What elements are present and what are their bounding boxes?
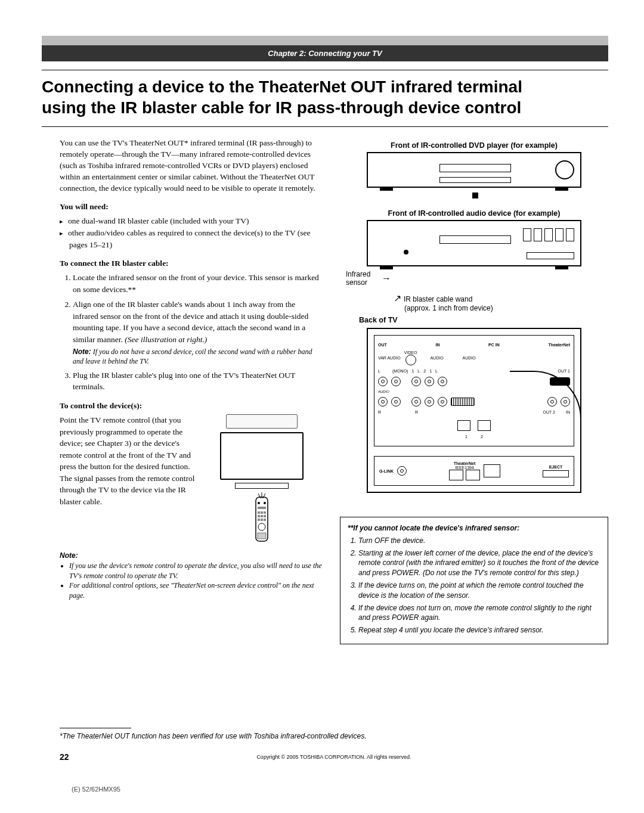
sensor-step: If the device does not turn on, move the… (358, 603, 600, 623)
svideo-jack-icon (405, 355, 416, 365)
svg-rect-15 (264, 519, 266, 521)
eject-slot-icon (543, 470, 569, 477)
remote-control-icon (250, 492, 274, 546)
note-label: Note: (73, 347, 91, 356)
svg-rect-9 (264, 511, 266, 514)
infrared-sensor-text: Infrared sensor (346, 270, 379, 287)
panel-out2: OUT 2 (543, 410, 556, 414)
left-column: You can use the TV's TheaterNet OUT* inf… (60, 138, 322, 644)
audio-device-illustration (367, 220, 581, 266)
page-footer: 22 Copyright © 2005 TOSHIBA CORPORATION.… (60, 752, 608, 762)
rca-jack-icon (438, 377, 447, 386)
cannot-locate-sensor-box: **If you cannot locate the device's infr… (340, 517, 608, 644)
svg-rect-12 (264, 515, 266, 517)
panel-2: 2 (423, 369, 426, 373)
glink-jack-icon (397, 466, 407, 476)
panel-mono: (MONO) (392, 369, 408, 373)
panel-1: 1 (411, 369, 414, 373)
note-item: If you use the device's remote control t… (69, 561, 322, 581)
tv-stand-icon (235, 483, 289, 489)
rca-jack-icon (391, 377, 401, 386)
panel-video: VIDEO (404, 350, 417, 355)
hdmi-port-icon (550, 377, 570, 386)
note-label: Note: (60, 551, 78, 560)
sensor-step: Repeat step 4 until you locate the devic… (358, 625, 600, 635)
panel-eject: EJECT (549, 465, 563, 469)
ieee1394-group: TheaterNet IEEE1394 (449, 461, 500, 480)
page-title: Connecting a device to the TheaterNet OU… (42, 76, 608, 118)
copyright: Copyright © 2005 TOSHIBA CORPORATION. Al… (95, 754, 572, 760)
need-item: other audio/video cables as required to … (69, 227, 322, 250)
ieee-port-icon (466, 470, 480, 480)
rule-top (42, 70, 608, 70)
chapter-header: Chapter 2: Connecting your TV (42, 36, 608, 61)
you-will-need-list: one dual-wand IR blaster cable (included… (60, 215, 322, 250)
fig-label-audio: Front of IR-controlled audio device (for… (340, 209, 608, 218)
sensor-step: If the device turns on, the point at whi… (358, 581, 600, 601)
panel-pcin: PC IN (488, 343, 500, 347)
you-will-need-heading: You will need: (60, 202, 322, 212)
optical-port-icon (457, 420, 470, 431)
page-number: 22 (60, 752, 95, 762)
panel-audio: AUDIO (430, 356, 443, 360)
panel-r: R (378, 410, 379, 414)
panel-r: R (415, 410, 418, 414)
cable-icon (226, 414, 298, 429)
sensor-step: Turn OFF the device. (358, 536, 600, 546)
ir-sensor-dot-icon (404, 250, 408, 255)
panel-ieee: IEEE1394 (455, 466, 474, 470)
note-block: Note: If you use the device's remote con… (60, 551, 322, 601)
rca-jack-icon (391, 397, 401, 406)
svg-rect-7 (258, 511, 260, 514)
panel-glink: G-LINK (379, 469, 394, 473)
rca-jack-icon (425, 377, 434, 386)
remote-illustration (202, 414, 322, 546)
note-item: For additional control options, see "The… (69, 581, 322, 601)
slot-icon (484, 464, 500, 477)
arrow-right-icon (382, 273, 391, 284)
theaternet-out-jack-icon (547, 397, 557, 406)
tv-back-illustration: OUT IN PC IN TheaterNet VAR AUDIO VIDEO (367, 328, 581, 493)
crop-line-text: (E) 52/62HMX95 (72, 786, 608, 793)
svg-rect-13 (258, 519, 260, 521)
rca-jack-icon (378, 377, 388, 386)
tv-front-icon (220, 432, 304, 480)
svg-rect-10 (258, 515, 260, 517)
control-text: Point the TV remote control (that you pr… (60, 414, 197, 508)
sensor-step: Starting at the lower left corner of the… (358, 548, 600, 578)
back-of-tv-label: Back of TV (359, 316, 608, 324)
panel-theaternet-port: TheaterNet (454, 461, 476, 466)
dvd-player-illustration (367, 152, 581, 188)
svg-rect-8 (261, 511, 263, 514)
intro-paragraph: You can use the TV's TheaterNet OUT* inf… (60, 138, 322, 194)
rca-jack-icon (425, 397, 434, 406)
infrared-sensor-callout: Infrared sensor (346, 270, 608, 287)
ir-wand-callout: IR blaster cable wand (approx. 1 inch fr… (394, 293, 608, 312)
ieee-port-icon (449, 470, 463, 480)
title-line-2: using the IR blaster cable for IR pass-t… (42, 97, 608, 118)
panel-l: L (435, 369, 438, 373)
connect-step-3: Plug the IR blaster cable's plug into on… (73, 370, 322, 393)
control-heading: To control the device(s): (60, 401, 322, 411)
connect-step-1: Locate the infrared sensor on the front … (73, 272, 322, 295)
rule-under-title (42, 126, 608, 127)
rca-jack-icon (378, 397, 388, 406)
panel-1: 1 (465, 435, 467, 439)
panel-audio: AUDIO (463, 356, 476, 360)
step2-note: Note: If you do not have a second device… (73, 347, 322, 366)
panel-out: OUT (378, 343, 387, 347)
rca-jack-icon (438, 397, 447, 406)
panel-audio: AUDIO (378, 390, 415, 393)
rca-jack-icon (411, 397, 421, 406)
rca-jack-icon (411, 377, 421, 386)
panel-1: 1 (429, 369, 432, 373)
ir-wand-approx: (approx. 1 inch from device) (404, 304, 608, 312)
svg-rect-11 (261, 515, 263, 517)
need-item: one dual-wand IR blaster cable (included… (69, 215, 322, 227)
svg-rect-14 (261, 519, 263, 521)
fig-label-dvd: Front of IR-controlled DVD player (for e… (340, 141, 608, 150)
panel-l: L (417, 369, 420, 373)
panel-2: 2 (481, 435, 483, 439)
theaternet-in-jack-icon (561, 397, 570, 406)
ir-wand-label: IR blaster cable wand (394, 293, 608, 304)
